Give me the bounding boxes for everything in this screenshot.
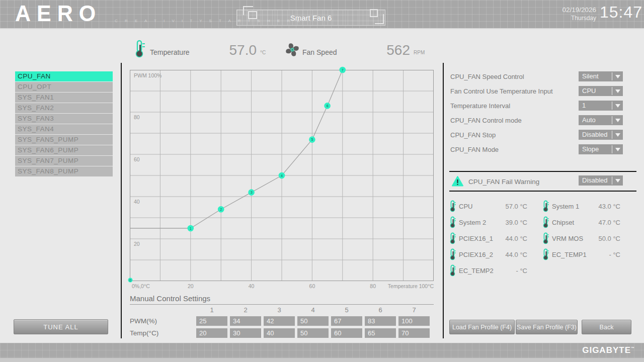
svg-text:0: 0	[129, 279, 131, 282]
temp-input-1[interactable]	[196, 328, 227, 338]
fan-list-item-cpu_opt[interactable]: CPU_OPT	[15, 82, 113, 92]
setting-row: Temperature Interval1	[450, 101, 636, 111]
gigabyte-logo: GIGABYTE™	[582, 345, 635, 355]
sensor-grid: CPU57.0 °CSystem 143.0 °CSystem 239.0 °C…	[449, 198, 621, 279]
smart-fan-screen: AERO C R E A T I V I T Y S T A R T S H E…	[0, 0, 644, 362]
temperature-label: Temperature	[150, 48, 190, 56]
setting-dropdown-3[interactable]: 1	[579, 101, 623, 111]
setting-row: CPU_FAN ModeSlope	[450, 144, 636, 154]
pwm-input-4[interactable]	[297, 316, 329, 326]
manual-col-header-3: 3	[264, 306, 295, 314]
temp-input-6[interactable]	[365, 328, 396, 338]
fan-list-item-sys_fan4[interactable]: SYS_FAN4	[15, 124, 113, 134]
back-button[interactable]: Back	[582, 320, 631, 334]
setting-value: 1	[582, 102, 586, 109]
date-display: 02/19/2026 Thursday	[543, 6, 596, 22]
title-corner-decoration-right	[375, 14, 384, 24]
pwm-input-2[interactable]	[230, 316, 261, 326]
thermometer-icon	[449, 216, 456, 228]
manual-settings-underline	[130, 304, 434, 305]
temp-input-5[interactable]	[331, 328, 362, 338]
tune-all-button[interactable]: TUNE ALL	[14, 319, 108, 334]
setting-row: Fan Control Use Temperature InputCPU	[450, 86, 636, 96]
sensor-pciex16-2: PCIEX16_244.0 °C	[449, 246, 527, 262]
chevron-down-icon	[615, 179, 620, 183]
day-text: Thursday	[543, 15, 596, 22]
sensor-value: - °C	[516, 267, 527, 275]
manual-col-header-4: 4	[297, 306, 329, 314]
sensor-label: VRM MOS	[552, 235, 583, 242]
fan-curve-svg: 01234567	[130, 70, 434, 281]
manual-col-header-7: 7	[398, 306, 430, 314]
y-tick-20: 20	[134, 241, 140, 247]
temp-input-3[interactable]	[264, 328, 295, 338]
sensor-value: - °C	[609, 251, 620, 258]
sensor-label: Chipset	[552, 219, 574, 226]
x-tick-40: 40	[247, 283, 257, 289]
x-origin-label: 0%,0°C	[132, 283, 150, 289]
x-tick-60: 60	[307, 283, 317, 289]
sensor-value: 47.0 °C	[598, 219, 620, 226]
thermometer-icon	[542, 216, 549, 228]
panel-divider-top	[449, 171, 636, 172]
pwm-input-3[interactable]	[264, 316, 295, 326]
fan-list-item-sys_fan5_pump[interactable]: SYS_FAN5_PUMP	[15, 135, 113, 145]
temp-input-4[interactable]	[297, 328, 329, 338]
setting-label: Temperature Interval	[450, 102, 510, 110]
temp-input-7[interactable]	[398, 328, 430, 338]
panel-divider-bottom	[449, 191, 636, 192]
y-tick-40: 40	[134, 199, 140, 205]
fan-list-item-sys_fan3[interactable]: SYS_FAN3	[15, 114, 113, 124]
sensor-value: 50.0 °C	[598, 235, 620, 242]
fan-list-item-sys_fan7_pump[interactable]: SYS_FAN7_PUMP	[15, 156, 113, 166]
setting-label: CPU_FAN Control mode	[450, 117, 522, 124]
y-tick-60: 60	[134, 156, 140, 162]
temperature-unit: °C	[260, 50, 266, 55]
fan-speed-label: Fan Speed	[302, 48, 337, 56]
y-tick-80: 80	[134, 114, 140, 120]
date-text: 02/19/2026	[543, 6, 596, 15]
clock: 15:47	[600, 3, 642, 22]
sensor-ec-temp2: EC_TEMP2- °C	[449, 262, 527, 279]
chevron-down-icon	[615, 119, 620, 122]
fail-warning-value: Disabled	[582, 176, 608, 184]
setting-dropdown-4[interactable]: Auto	[579, 115, 623, 125]
fail-warning-row: CPU_FAN Fail Warning Disabled	[450, 175, 636, 188]
sensor-chipset: Chipset47.0 °C	[542, 214, 620, 230]
pwm-input-6[interactable]	[365, 316, 396, 326]
setting-label: Fan Control Use Temperature Input	[450, 87, 553, 95]
fan-settings: CPU_FAN Speed ControlSilentFan Control U…	[450, 71, 636, 159]
svg-text:2: 2	[220, 208, 222, 211]
setting-dropdown-6[interactable]: Slope	[579, 144, 623, 154]
temp-input-2[interactable]	[230, 328, 261, 338]
setting-value: CPU	[582, 87, 596, 95]
fail-warning-dropdown[interactable]: Disabled	[579, 175, 623, 186]
svg-text:6: 6	[327, 104, 329, 108]
fan-list-item-sys_fan6_pump[interactable]: SYS_FAN6_PUMP	[15, 145, 113, 155]
sensor-value: 39.0 °C	[505, 219, 527, 226]
pwm-input-7[interactable]	[398, 316, 430, 326]
fan-list-item-sys_fan8_pump[interactable]: SYS_FAN8_PUMP	[15, 166, 113, 176]
setting-dropdown-1[interactable]: Silent	[579, 71, 623, 81]
load-fan-profile-button[interactable]: Load Fan Profile (F4)	[449, 320, 515, 334]
save-fan-profile-button[interactable]: Save Fan Profile (F3)	[516, 320, 578, 334]
setting-row: CPU_FAN StopDisabled	[450, 130, 636, 140]
pwm-input-5[interactable]	[331, 316, 362, 326]
x-tick-20: 20	[186, 283, 196, 289]
setting-value: Auto	[582, 116, 596, 124]
fan-list-item-sys_fan2[interactable]: SYS_FAN2	[15, 103, 113, 113]
fan-list-item-sys_fan1[interactable]: SYS_FAN1	[15, 93, 113, 103]
thermometer-icon	[449, 248, 456, 260]
fan-list-item-cpu_fan[interactable]: CPU_FAN	[15, 71, 113, 81]
sensor-label: System 2	[459, 219, 486, 226]
title-corner-decoration-left	[243, 6, 253, 15]
pwm-input-1[interactable]	[196, 316, 227, 326]
fan-curve-chart: 01234567	[130, 70, 434, 281]
setting-dropdown-5[interactable]: Disabled	[579, 130, 623, 140]
chevron-down-icon	[615, 148, 620, 151]
setting-value: Slope	[582, 145, 599, 153]
setting-dropdown-2[interactable]: CPU	[579, 86, 623, 96]
manual-col-header-2: 2	[230, 306, 261, 314]
x-tick-80: 80	[368, 283, 378, 289]
sensor-system-2: System 239.0 °C	[449, 214, 527, 230]
